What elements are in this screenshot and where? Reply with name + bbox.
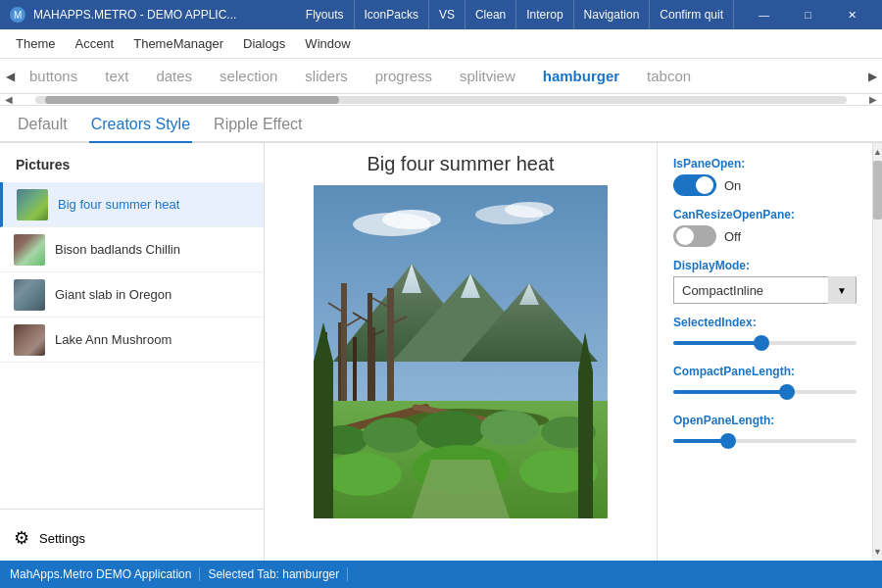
open-pane-label: OpenPaneLength: xyxy=(673,414,857,427)
nav-clean[interactable]: Clean xyxy=(466,0,516,29)
hscroll-track[interactable] xyxy=(35,96,847,104)
nav-vs[interactable]: VS xyxy=(429,0,466,29)
can-resize-section: CanResizeOpenPane: Off xyxy=(673,208,857,247)
scrollbar-thumb[interactable] xyxy=(873,161,882,220)
tab-scroll-left[interactable]: ◀ xyxy=(0,59,20,94)
right-scrollbar: ▲ ▼ xyxy=(872,143,882,561)
tab-sliders[interactable]: sliders xyxy=(305,64,347,88)
tab-scrollbar: ◀ buttons text dates selection sliders p… xyxy=(0,59,882,94)
menu-dialogs[interactable]: Dialogs xyxy=(235,32,293,55)
svg-point-6 xyxy=(505,202,554,218)
open-pane-slider[interactable] xyxy=(673,431,857,451)
slider-thumb[interactable] xyxy=(779,384,795,400)
menu-accent[interactable]: Accent xyxy=(67,32,122,55)
item-label: Big four summer heat xyxy=(58,197,179,212)
tab-progress[interactable]: progress xyxy=(375,64,432,88)
app-title: MAHAPPS.METRO - DEMO APPLIC... xyxy=(33,8,296,22)
close-button[interactable]: ✕ xyxy=(830,0,874,29)
can-resize-toggle[interactable] xyxy=(673,225,716,247)
item-thumbnail xyxy=(17,189,48,220)
statusbar: MahApps.Metro DEMO Application Selected … xyxy=(0,561,882,588)
right-pane: IsPaneOpen: On CanResizeOpenPane: Off Di… xyxy=(657,143,872,561)
compact-pane-section: CompactPaneLength: xyxy=(673,365,857,402)
selected-index-label: SelectedIndex: xyxy=(673,316,857,329)
toggle-thumb xyxy=(696,176,713,194)
list-item[interactable]: Bison badlands Chillin xyxy=(0,227,264,272)
nav-interop[interactable]: Interop xyxy=(516,0,573,29)
compact-pane-slider[interactable] xyxy=(673,382,857,402)
list-item[interactable]: Lake Ann Mushroom xyxy=(0,318,264,363)
main-content: Pictures Big four summer heat Bison badl… xyxy=(0,143,882,561)
is-pane-open-toggle[interactable] xyxy=(673,174,716,196)
settings-label: Settings xyxy=(39,531,85,546)
svg-text:M: M xyxy=(14,10,22,21)
nav-list: Big four summer heat Bison badlands Chil… xyxy=(0,182,264,503)
hscrollbar: ◀ ▶ xyxy=(0,94,882,106)
hscroll-thumb[interactable] xyxy=(45,96,339,104)
nav-iconpacks[interactable]: IconPacks xyxy=(355,0,429,29)
titlebar-nav: Flyouts IconPacks VS Clean Interop Navig… xyxy=(296,0,734,29)
list-item[interactable]: Big four summer heat xyxy=(0,182,264,227)
tab-hamburger[interactable]: hamburger xyxy=(543,64,619,88)
slider-thumb[interactable] xyxy=(720,433,736,449)
tab-scroll-right[interactable]: ▶ xyxy=(862,59,882,94)
status-selected-tab: Selected Tab: hamburger xyxy=(200,567,348,581)
open-pane-section: OpenPaneLength: xyxy=(673,414,857,451)
nav-confirm-quit[interactable]: Confirm quit xyxy=(650,0,734,29)
item-label: Bison badlands Chillin xyxy=(55,242,180,257)
dropdown-arrow-icon: ▼ xyxy=(828,276,856,304)
svg-rect-16 xyxy=(372,327,375,411)
display-mode-dropdown[interactable]: CompactInline ▼ xyxy=(673,276,857,304)
menu-theme[interactable]: Theme xyxy=(8,32,63,55)
can-resize-label: CanResizeOpenPane: xyxy=(673,208,857,221)
compact-pane-label: CompactPaneLength: xyxy=(673,365,857,378)
menu-thememanager[interactable]: ThemeManager xyxy=(125,32,231,55)
svg-point-35 xyxy=(323,453,402,496)
list-item[interactable]: Giant slab in Oregon xyxy=(0,272,264,318)
toggle-thumb xyxy=(676,227,694,245)
tab-buttons[interactable]: buttons xyxy=(29,64,77,88)
svg-point-31 xyxy=(363,417,421,453)
status-app-name: MahApps.Metro DEMO Application xyxy=(10,567,200,581)
tab-selection[interactable]: selection xyxy=(220,64,277,88)
subtab-creators[interactable]: Creators Style xyxy=(89,110,192,143)
center-title: Big four summer heat xyxy=(367,153,554,175)
hscroll-left[interactable]: ◀ xyxy=(0,94,18,105)
slider-thumb[interactable] xyxy=(754,335,769,351)
hscroll-right[interactable]: ▶ xyxy=(864,94,882,105)
photo-container xyxy=(314,185,608,518)
subtab-default[interactable]: Default xyxy=(16,110,70,143)
svg-point-4 xyxy=(382,210,441,229)
svg-point-33 xyxy=(480,411,539,446)
slider-fill xyxy=(673,390,787,394)
menubar: Theme Accent ThemeManager Dialogs Window xyxy=(0,29,882,59)
selected-index-slider[interactable] xyxy=(673,333,857,353)
svg-point-32 xyxy=(416,411,485,450)
tab-text[interactable]: text xyxy=(105,64,128,88)
scrollbar-down[interactable]: ▼ xyxy=(873,543,882,561)
scrollbar-up[interactable]: ▲ xyxy=(873,143,882,161)
item-label: Lake Ann Mushroom xyxy=(55,332,172,347)
app-icon: M xyxy=(8,5,27,24)
item-label: Giant slab in Oregon xyxy=(55,287,172,302)
maximize-button[interactable]: □ xyxy=(786,0,830,29)
subtab-ripple[interactable]: Ripple Effect xyxy=(212,110,304,143)
titlebar: M MAHAPPS.METRO - DEMO APPLIC... Flyouts… xyxy=(0,0,882,29)
pane-header: Pictures xyxy=(0,143,264,182)
nav-flyouts[interactable]: Flyouts xyxy=(296,0,355,29)
tabs-inner: buttons text dates selection sliders pro… xyxy=(20,59,862,94)
selected-index-section: SelectedIndex: xyxy=(673,316,857,353)
slider-fill xyxy=(673,341,761,345)
tab-dates[interactable]: dates xyxy=(156,64,192,88)
settings-item[interactable]: ⚙ Settings xyxy=(0,515,264,561)
tab-splitview[interactable]: splitview xyxy=(460,64,515,88)
svg-rect-40 xyxy=(578,371,593,518)
window-controls: — □ ✕ xyxy=(742,0,874,29)
tab-tabcon[interactable]: tabcon xyxy=(647,64,691,88)
nav-navigation[interactable]: Navigation xyxy=(574,0,651,29)
is-pane-open-value: On xyxy=(724,178,741,193)
tabs-track: buttons text dates selection sliders pro… xyxy=(20,59,862,94)
menu-window[interactable]: Window xyxy=(297,32,358,55)
svg-rect-15 xyxy=(353,337,357,411)
minimize-button[interactable]: — xyxy=(742,0,786,29)
